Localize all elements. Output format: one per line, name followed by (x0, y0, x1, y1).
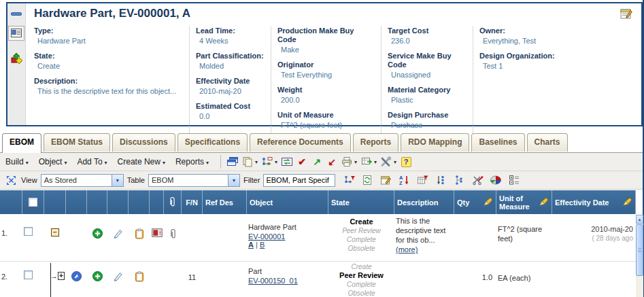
chevron-down-icon[interactable]: ▾ (394, 159, 396, 165)
image-action[interactable] (150, 214, 164, 261)
expand-levels-down-icon[interactable] (434, 173, 447, 187)
properties-view-button[interactable] (8, 26, 24, 41)
ebom-table: F/N Ref Des Object State Description Qty… (0, 190, 636, 297)
export-table-icon[interactable] (359, 154, 374, 169)
chevron-down-icon[interactable]: ▾ (374, 159, 377, 165)
row-checkbox[interactable] (24, 227, 33, 236)
collapse-header-button[interactable] (11, 12, 22, 16)
print-icon[interactable] (339, 154, 354, 169)
tab-specifications[interactable]: Specifications (177, 133, 248, 152)
edit-action[interactable] (107, 214, 129, 261)
chart-icon[interactable] (489, 173, 503, 187)
promote-icon[interactable]: ↗ (309, 154, 324, 169)
object-link[interactable]: EV-000150_01 (248, 277, 298, 285)
row-checkbox[interactable] (24, 270, 33, 279)
col-actions-1 (66, 190, 87, 214)
select-all-checkbox[interactable] (29, 198, 37, 207)
add-action[interactable] (87, 262, 107, 297)
table-select[interactable]: EBOM ▾ (148, 174, 240, 187)
more-link[interactable]: (more) (396, 245, 418, 254)
tab-ebom[interactable]: EBOM (2, 133, 41, 153)
scroll-up-button[interactable]: ▲ (636, 215, 643, 224)
vertical-scrollbar[interactable]: ▲ (636, 215, 643, 297)
clipboard-action[interactable] (129, 262, 150, 297)
tree-connector-line (50, 263, 51, 297)
field-label: Type: (34, 27, 182, 35)
filter-label: Filter (243, 176, 260, 184)
demote-icon[interactable]: ↙ (324, 154, 339, 169)
cut-structure-icon[interactable] (471, 173, 484, 187)
chevron-down-icon: ▾ (64, 160, 67, 166)
edit-table-icon[interactable] (379, 173, 392, 187)
state-cell: Create Peer Review Complete Obsolete (328, 214, 394, 261)
approve-check-icon[interactable]: ✔ (294, 154, 309, 169)
maximize-view-icon[interactable] (4, 173, 18, 187)
effectivity-date: 2010-maj-20 (554, 224, 633, 234)
chevron-down-icon[interactable]: ▾ (255, 159, 258, 165)
structure-navigate-icon[interactable] (260, 154, 275, 169)
filter-structure-icon[interactable] (342, 173, 356, 187)
fn-value: 11 (182, 262, 203, 297)
field-value: Make (277, 46, 374, 54)
state-option: Obsolete (330, 289, 393, 297)
description-cell: This is the descriptive text for this ob… (394, 214, 454, 261)
tab-discussions[interactable]: Discussions (112, 133, 175, 152)
col-state: State (328, 190, 394, 214)
edit-column-icon[interactable] (623, 197, 632, 207)
compare-structures-icon[interactable] (279, 154, 294, 169)
revision-b-link[interactable]: B (260, 241, 265, 249)
tab-charts[interactable]: Charts (527, 133, 568, 152)
filter-table-icon[interactable] (416, 173, 429, 187)
tab-rdo-mapping[interactable]: RDO Mapping (401, 133, 469, 152)
menu-build[interactable]: Build▾ (5, 157, 29, 167)
attachments-action[interactable] (164, 214, 182, 261)
filter-input[interactable] (263, 174, 335, 187)
expand-node[interactable]: →+ (44, 262, 66, 297)
row-number: 2. (0, 262, 22, 297)
object-type: Part (248, 266, 327, 277)
tab-ebom-status[interactable]: EBOM Status (44, 133, 110, 152)
add-action[interactable] (87, 214, 107, 261)
tab-reference-documents[interactable]: Reference Documents (250, 133, 351, 152)
col-actions-3 (107, 190, 129, 214)
image-icon (152, 228, 163, 261)
edit-column-icon[interactable] (539, 197, 549, 207)
field-value: This is the descriptive text for this ob… (34, 87, 182, 96)
chevron-down-icon[interactable]: ▾ (275, 159, 277, 165)
edit-action[interactable] (107, 262, 129, 297)
help-button[interactable]: ? (399, 154, 413, 169)
expand-collapse-all-icon[interactable] (507, 173, 521, 187)
col-qty: Qty (454, 190, 496, 214)
edit-details-button[interactable] (620, 7, 633, 21)
current-state: Peer Review (330, 271, 393, 280)
sort-az-icon[interactable]: AZ (397, 173, 411, 187)
field-label: Target Cost (388, 27, 466, 35)
menu-create-new[interactable]: Create New▾ (118, 157, 165, 167)
edit-column-icon[interactable] (484, 197, 493, 207)
menu-reports[interactable]: Reports▾ (175, 157, 209, 167)
revision-a-link[interactable]: A (248, 241, 254, 249)
field-label: Description: (34, 77, 182, 86)
pencil-icon (113, 271, 123, 297)
add-icon (92, 271, 103, 297)
refresh-icon[interactable] (360, 173, 374, 187)
tab-reports[interactable]: Reports (353, 133, 399, 152)
menu-add-to[interactable]: Add To▾ (77, 157, 107, 167)
scrollbar-thumb[interactable] (636, 224, 643, 276)
tree-levels-icon[interactable] (452, 173, 466, 187)
tab-baselines[interactable]: Baselines (471, 133, 524, 152)
copy-icon[interactable] (240, 154, 255, 169)
scrollbar-grip (638, 248, 641, 252)
field-label: Weight (277, 86, 374, 94)
object-link[interactable]: EV-000001 (248, 232, 285, 241)
tools-icon[interactable] (379, 154, 394, 169)
cascade-windows-icon[interactable] (225, 154, 240, 169)
col-actions-4 (129, 190, 150, 214)
field-label: Production Make Buy Code (277, 27, 374, 44)
view-select[interactable]: As Stored ▾ (41, 174, 124, 187)
menu-object[interactable]: Object▾ (39, 157, 67, 167)
clipboard-action[interactable] (129, 214, 150, 261)
chevron-down-icon[interactable]: ▾ (354, 159, 357, 165)
navigate-action[interactable] (66, 262, 87, 297)
collapse-node-icon[interactable]: − (51, 228, 59, 237)
